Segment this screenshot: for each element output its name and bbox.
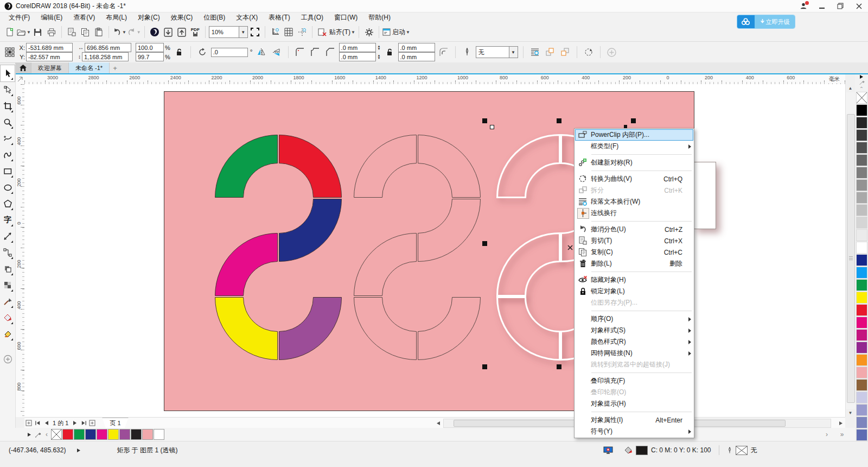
open-dropdown[interactable]: ▼ [27, 30, 31, 35]
menubar-item-4[interactable]: 对象(C) [132, 12, 165, 23]
show-guidelines-button[interactable] [296, 25, 309, 39]
palette-swatch[interactable] [856, 342, 867, 354]
first-page-button[interactable] [33, 419, 42, 427]
corner-radius-tr-field[interactable]: .0 mm [398, 43, 435, 52]
outline-pen-status-icon[interactable] [727, 446, 732, 455]
export-button[interactable] [175, 25, 188, 39]
palette-swatch[interactable] [856, 267, 867, 279]
undo-button[interactable]: ▼ [112, 25, 126, 39]
transparency-tool[interactable] [1, 277, 15, 293]
x-position-field[interactable]: -531.689 mm [26, 43, 73, 52]
menubar-item-10[interactable]: 窗口(W) [329, 12, 363, 23]
corner-radius-br-field[interactable]: .0 mm [398, 52, 435, 61]
swatch-none[interactable] [51, 429, 62, 440]
dimension-tool[interactable] [1, 228, 15, 244]
palette-swatch[interactable] [856, 154, 867, 166]
menubar-item-11[interactable]: 帮助(H) [363, 12, 396, 23]
palette-swatch[interactable] [856, 317, 867, 329]
menubar-item-3[interactable]: 布局(L) [100, 12, 132, 23]
context-menu-item-27[interactable]: 对象提示(H) [575, 398, 693, 409]
drop-shadow-tool[interactable] [1, 261, 15, 277]
scroll-up-button[interactable]: ▲ [846, 84, 855, 92]
mirror-horizontal-button[interactable] [255, 45, 268, 59]
selection-handle[interactable] [557, 118, 561, 123]
context-menu-item-15[interactable]: 隐藏对象(H) [575, 274, 693, 286]
wrap-text-button[interactable] [528, 45, 541, 59]
redo-button[interactable]: ▼ [127, 25, 141, 39]
add-page-start-button[interactable] [24, 419, 33, 427]
cut-button[interactable] [65, 25, 78, 39]
selection-center-marker[interactable] [567, 244, 573, 252]
doc-swatch[interactable] [154, 429, 164, 440]
context-menu-item-8[interactable]: 连线换行 [575, 207, 693, 219]
s-shape-2-bot-nw-segment[interactable] [497, 234, 560, 296]
smart-fill-tool[interactable] [1, 326, 15, 342]
print-button[interactable] [45, 25, 58, 39]
save-button[interactable] [31, 25, 44, 39]
doc-swatch[interactable] [97, 429, 107, 440]
s-shape-2-bot-sw-segment[interactable] [497, 298, 560, 360]
home-tab[interactable] [15, 62, 31, 73]
polygon-tool[interactable] [1, 195, 15, 212]
palette-swatch[interactable] [856, 242, 867, 254]
palette-swatch[interactable] [856, 354, 867, 366]
doc-swatch[interactable] [62, 429, 73, 440]
snap-off-button[interactable] [316, 25, 329, 39]
s-shape-1-bot-sw-segment[interactable] [354, 298, 417, 360]
vertical-ruler[interactable]: 6004002000200400600800 [15, 84, 25, 417]
context-menu-item-6[interactable]: 拆分Ctrl+K [575, 185, 693, 196]
s-shape-0-bot-sw-segment[interactable] [215, 298, 278, 360]
color-palette-scroll-up[interactable]: ⌃ [857, 86, 866, 92]
palette-swatch[interactable] [856, 142, 867, 154]
context-menu-item-26[interactable]: 叠印轮廓(O) [575, 387, 693, 398]
freehand-tool[interactable] [1, 130, 15, 147]
palette-swatch[interactable] [856, 367, 867, 378]
palette-swatch[interactable] [856, 404, 867, 416]
vertical-scrollbar[interactable]: ▲ ▼ [845, 84, 855, 417]
doc-swatch[interactable] [85, 429, 96, 440]
palette-swatch[interactable] [856, 416, 867, 428]
context-menu-item-10[interactable]: 撤消分色(U)Ctrl+Z [575, 224, 693, 235]
context-menu-item-12[interactable]: 复制(C)Ctrl+C [575, 247, 693, 258]
object-width-field[interactable]: 696.856 mm [85, 43, 131, 52]
context-menu-item-17[interactable]: 位图另存为(P)... [575, 297, 693, 308]
add-preset-button[interactable] [605, 45, 618, 59]
menubar-item-0[interactable]: 文件(F) [3, 12, 35, 23]
palette-swatch[interactable] [856, 329, 867, 341]
context-menu-item-7[interactable]: 段落文本换行(W) [575, 196, 693, 207]
context-menu-item-29[interactable]: 对象属性(I)Alt+Enter [575, 414, 693, 426]
palette-swatch[interactable] [856, 192, 867, 204]
lock-ratio-button[interactable] [173, 45, 186, 59]
menubar-item-2[interactable]: 查看(V) [68, 12, 100, 23]
doc-swatch[interactable] [119, 429, 130, 440]
menubar-item-9[interactable]: 工具(O) [296, 12, 329, 23]
search-content-button[interactable] [148, 25, 161, 39]
rotation-angle-field[interactable]: .0 [211, 48, 248, 57]
status-flyout-arrow[interactable] [76, 448, 81, 453]
vertical-scrollbar-thumb[interactable] [847, 114, 855, 403]
page-1-tab[interactable]: 页 1 [102, 418, 128, 428]
scale-y-field[interactable]: 99.7 [136, 52, 164, 61]
palette-swatch[interactable] [856, 292, 867, 304]
show-rulers-button[interactable] [269, 25, 282, 39]
context-menu-item-19[interactable]: 顺序(O) [575, 313, 693, 325]
selection-handle-small[interactable] [490, 125, 494, 129]
document-tab-active[interactable]: 未命名 -1* [69, 62, 110, 73]
options-gear-button[interactable] [362, 25, 375, 39]
launch-button[interactable]: 启动▼ [382, 25, 410, 39]
doc-swatch[interactable] [142, 429, 153, 440]
fill-color-icon[interactable] [624, 446, 633, 454]
full-screen-preview-button[interactable] [248, 25, 261, 39]
menubar-item-1[interactable]: 编辑(E) [35, 12, 68, 23]
y-position-field[interactable]: -82.557 mm [26, 52, 73, 61]
customize-toolbox-button[interactable] [1, 351, 15, 367]
selection-handle[interactable] [482, 241, 487, 246]
chamfer-corner-button[interactable] [324, 45, 337, 59]
menubar-item-8[interactable]: 表格(T) [263, 12, 295, 23]
snap-to-button[interactable]: 贴齐(T)▼ [329, 25, 355, 39]
fill-color-swatch[interactable] [636, 446, 648, 455]
palette-swatch[interactable] [856, 229, 867, 241]
context-menu-item-1[interactable]: 框类型(F) [575, 141, 693, 152]
menubar-item-5[interactable]: 效果(C) [165, 12, 199, 23]
palette-swatch[interactable] [856, 392, 867, 403]
